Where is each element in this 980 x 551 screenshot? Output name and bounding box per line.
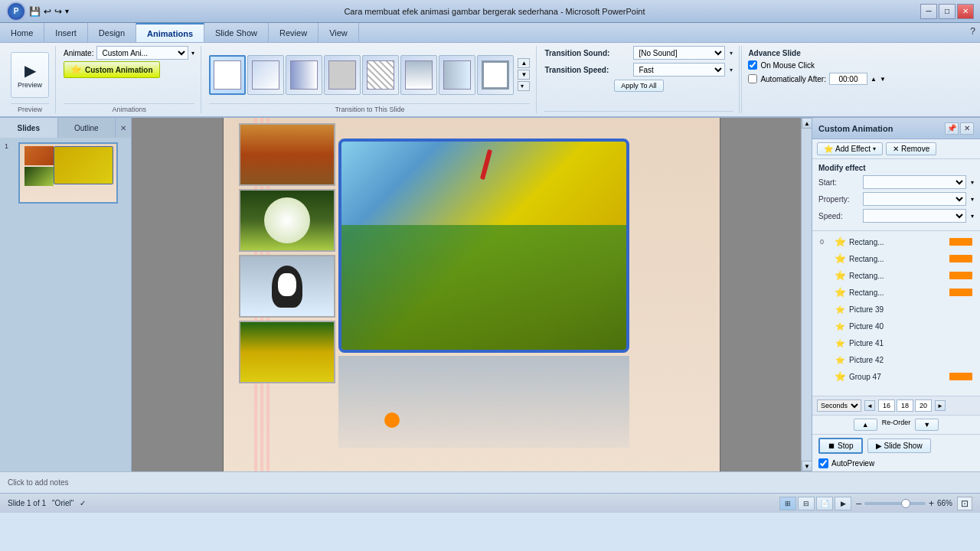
- animate-select[interactable]: Custom Ani...: [96, 46, 188, 60]
- timeline-prev[interactable]: ◄: [864, 400, 875, 411]
- slide-show-btn[interactable]: ▶ Slide Show: [867, 439, 931, 453]
- autopreview-label: AutoPreview: [831, 459, 874, 468]
- anim-item-5[interactable]: ⭐ Picture 40: [817, 318, 975, 334]
- reorder-down-btn[interactable]: ▼: [915, 419, 939, 431]
- trans-none[interactable]: [209, 55, 246, 95]
- timeline-num-16: 16: [878, 399, 895, 412]
- trans-scroll-up[interactable]: ▲: [518, 58, 530, 68]
- tab-insert[interactable]: Insert: [44, 23, 88, 42]
- modify-title: Modify effect: [818, 164, 974, 172]
- trans-sound-select[interactable]: [No Sound]: [633, 46, 725, 60]
- anim-panel-pin[interactable]: 📌: [945, 122, 959, 135]
- trans-scroll-down[interactable]: ▼: [518, 70, 530, 80]
- anim-item-2[interactable]: ⭐ Rectang...: [817, 268, 975, 283]
- auto-after-input[interactable]: [829, 73, 867, 85]
- anim-item-6[interactable]: ⭐ Picture 41: [817, 335, 975, 350]
- anim-item-8[interactable]: ⭐ Group 47: [817, 369, 975, 384]
- scroll-down-btn[interactable]: ▼: [802, 461, 812, 471]
- ribbon-group-preview: ▶ Preview Preview: [5, 46, 56, 113]
- advance-slide-section: Advance Slide On Mouse Click Automatical…: [741, 46, 891, 113]
- outline-tab[interactable]: Outline: [58, 118, 116, 138]
- tab-animations[interactable]: Animations: [136, 23, 204, 42]
- apply-to-all-btn[interactable]: Apply To All: [614, 80, 663, 92]
- notes-bar[interactable]: Click to add notes: [0, 471, 980, 493]
- maximize-btn[interactable]: □: [939, 4, 956, 19]
- add-effect-btn[interactable]: ⭐ Add Effect ▾: [817, 142, 883, 155]
- slideshow-view-btn[interactable]: ▶: [835, 497, 851, 510]
- tab-design[interactable]: Design: [88, 23, 136, 42]
- trans-4[interactable]: [362, 55, 399, 95]
- ribbon-group-animations: Animate: Custom Ani... ▾ ⭐ Custom Animat…: [57, 46, 201, 113]
- tab-review[interactable]: Review: [269, 23, 318, 42]
- thumb-penguin[interactable]: [239, 255, 335, 318]
- trans-3[interactable]: [324, 55, 361, 95]
- property-select[interactable]: [863, 192, 966, 206]
- preview-btn[interactable]: ▶ Preview: [11, 52, 49, 98]
- scroll-track[interactable]: [802, 129, 812, 461]
- timeline-unit-select[interactable]: Seconds: [817, 399, 861, 412]
- scroll-up-btn[interactable]: ▲: [802, 118, 812, 129]
- slide-item-1: 1: [5, 142, 126, 204]
- anim-bar-1: [949, 255, 972, 262]
- transition-grid: [209, 55, 514, 95]
- undo-btn[interactable]: ↩: [44, 6, 51, 17]
- thumb-desert[interactable]: [239, 123, 335, 186]
- star-icon-0: ⭐: [834, 236, 846, 248]
- anim-item-0[interactable]: 0 ⭐ Rectang...: [817, 234, 975, 249]
- trans-speed-select[interactable]: Fast: [633, 63, 725, 77]
- zoom-level-text: 66%: [937, 499, 952, 507]
- anim-bar-8: [949, 373, 972, 380]
- modify-section: Modify effect Start: ▾ Property: ▾ Speed…: [812, 159, 980, 231]
- minimize-btn[interactable]: ─: [920, 4, 937, 19]
- trans-scroll-more[interactable]: ▾: [518, 81, 530, 91]
- zoom-out-btn[interactable]: –: [856, 498, 861, 509]
- anim-item-7[interactable]: ⭐ Picture 42: [817, 352, 975, 367]
- close-btn[interactable]: ✕: [957, 4, 974, 19]
- zoom-slider[interactable]: [864, 502, 926, 505]
- time-down-btn[interactable]: ▼: [880, 76, 886, 83]
- auto-after-checkbox[interactable]: [748, 74, 757, 83]
- trans-1[interactable]: [247, 55, 284, 95]
- on-mouse-click-checkbox[interactable]: [748, 60, 757, 70]
- custom-animation-btn[interactable]: ⭐ Custom Animation: [64, 61, 160, 78]
- anim-item-1[interactable]: ⭐ Rectang...: [817, 251, 975, 266]
- stop-btn[interactable]: ⏹ Stop: [818, 438, 863, 454]
- reading-view-btn[interactable]: 📄: [816, 497, 833, 510]
- normal-view-btn[interactable]: ⊞: [779, 497, 796, 510]
- anim-panel-close[interactable]: ✕: [960, 122, 974, 135]
- timeline-next[interactable]: ►: [935, 400, 946, 411]
- speed-select[interactable]: [863, 209, 966, 223]
- fit-page-btn[interactable]: ⊡: [957, 497, 972, 510]
- anim-item-4[interactable]: ⭐ Picture 39: [817, 302, 975, 317]
- timeline-num-20: 20: [915, 399, 932, 412]
- thumb-flower[interactable]: [239, 189, 335, 252]
- anim-list: 0 ⭐ Rectang... ⭐ Rectang... ⭐ Rectang...…: [812, 231, 980, 396]
- tab-home[interactable]: Home: [0, 23, 44, 42]
- window-title: Cara membuat efek animasi gambar bergera…: [69, 7, 920, 16]
- anim-item-3[interactable]: ⭐ Rectang...: [817, 285, 975, 300]
- slide-panel-close[interactable]: ✕: [116, 118, 131, 138]
- tab-slideshow[interactable]: Slide Show: [204, 23, 269, 42]
- slides-tab[interactable]: Slides: [0, 118, 58, 138]
- trans-2[interactable]: [286, 55, 322, 95]
- trans-6[interactable]: [439, 55, 475, 95]
- slide-thumb-1[interactable]: [18, 142, 118, 204]
- thumb-tulip[interactable]: [239, 321, 335, 383]
- sorter-view-btn[interactable]: ⊟: [798, 497, 815, 510]
- time-up-btn[interactable]: ▲: [871, 76, 877, 83]
- autopreview-checkbox[interactable]: [818, 458, 828, 468]
- trans-7[interactable]: [477, 55, 514, 95]
- zoom-in-btn[interactable]: +: [929, 498, 934, 509]
- redo-btn[interactable]: ↪: [54, 6, 62, 17]
- on-mouse-click-label: On Mouse Click: [760, 61, 815, 70]
- start-select[interactable]: [863, 175, 966, 189]
- tab-view[interactable]: View: [318, 23, 359, 42]
- reorder-up-btn[interactable]: ▲: [854, 419, 877, 431]
- trans-5[interactable]: [400, 55, 437, 95]
- save-btn[interactable]: 💾: [29, 6, 41, 17]
- start-label: Start:: [818, 178, 858, 187]
- main-image[interactable]: [338, 139, 629, 353]
- remove-btn[interactable]: ✕ Remove: [886, 142, 936, 155]
- advance-title: Advance Slide: [748, 49, 885, 57]
- right-scrollbar: ▲ ▼: [801, 118, 812, 471]
